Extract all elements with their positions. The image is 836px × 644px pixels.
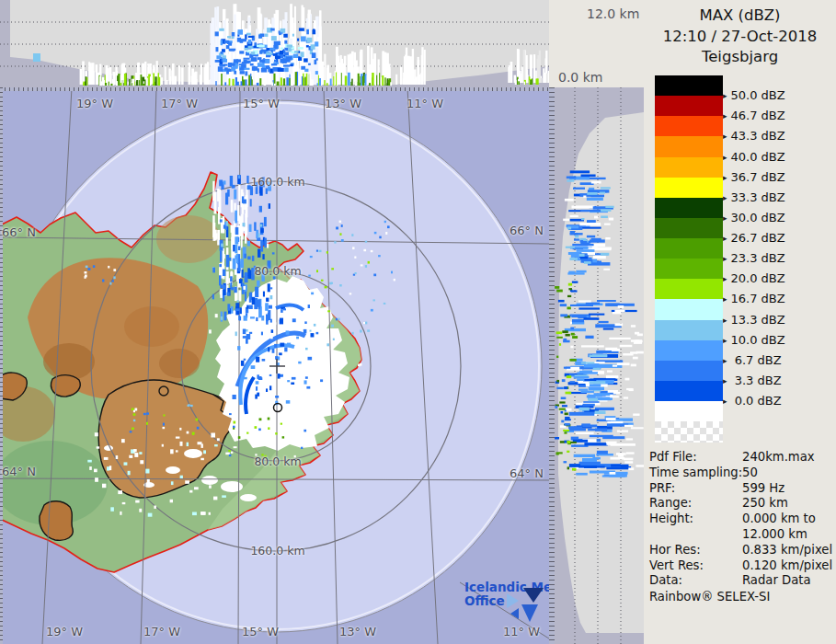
info-row: 12.000 km — [649, 527, 833, 543]
info-value: 0.000 km to — [742, 512, 816, 525]
legend-swatch — [655, 279, 723, 300]
legend-label: ▸ 6.7 dBZ — [723, 353, 782, 367]
legend-tick-icon: ▸ — [723, 213, 727, 223]
legend-label: ▸36.7 dBZ — [723, 170, 785, 184]
height-axis-min-label: 0.0 km — [558, 70, 602, 85]
info-value: 50 — [742, 466, 758, 479]
info-value: Radar Data — [742, 573, 811, 587]
legend-sidebar: MAX (dBZ) 12:10 / 27-Oct-2018 Teigsbjarg… — [644, 0, 836, 644]
info-value: 240km.max — [742, 450, 815, 464]
legend-label: ▸30.0 dBZ — [723, 211, 785, 224]
legend-white-band — [655, 401, 723, 422]
product-info-panel: Pdf File:240km.maxTime sampling:50PRF:59… — [649, 450, 833, 589]
info-value: 12.000 km — [742, 527, 807, 541]
map-top-ruler — [0, 87, 549, 91]
legend-swatch — [655, 136, 723, 157]
legend-swatch — [655, 381, 723, 402]
side-height-profile-panel — [549, 87, 644, 644]
reflectivity-color-scale: ▸50.0 dBZ▸46.7 dBZ▸43.3 dBZ▸40.0 dBZ▸36.… — [644, 0, 836, 443]
legend-label: ▸50.0 dBZ — [723, 88, 785, 102]
legend-label: ▸20.0 dBZ — [723, 271, 785, 285]
legend-tick-icon: ▸ — [723, 111, 727, 121]
info-value: 0.120 km/pixel — [742, 558, 832, 572]
legend-swatch — [655, 320, 723, 341]
info-label: Data: — [649, 573, 742, 589]
info-label: Range: — [649, 496, 742, 512]
info-label: Hor Res: — [649, 543, 742, 558]
legend-tick-icon: ▸ — [723, 153, 727, 162]
info-row: Vert Res:0.120 km/pixel — [649, 558, 833, 574]
legend-swatch — [655, 116, 723, 137]
legend-tick-icon: ▸ — [723, 254, 727, 263]
legend-label: ▸46.7 dBZ — [723, 109, 785, 122]
legend-swatch — [655, 178, 723, 199]
legend-tick-icon: ▸ — [723, 173, 727, 182]
info-row: Range:250 km — [649, 496, 833, 512]
legend-transparent-band — [655, 421, 723, 443]
info-row: Pdf File:240km.max — [649, 450, 833, 466]
info-row: Time sampling:50 — [649, 466, 833, 481]
legend-swatch — [655, 96, 723, 117]
legend-tick-icon: ▸ — [723, 274, 727, 283]
info-label: Pdf File: — [649, 450, 742, 466]
isolated-echo — [33, 53, 40, 62]
legend-swatch — [655, 157, 723, 178]
info-row: PRF:599 Hz — [649, 481, 833, 497]
logo-pinwheel-icon — [507, 593, 519, 608]
legend-tick-icon: ▸ — [723, 397, 727, 406]
legend-label: ▸ 0.0 dBZ — [723, 394, 782, 408]
side-profile-canvas — [555, 87, 644, 644]
info-row: Hor Res:0.833 km/pixel — [649, 543, 833, 558]
legend-label: ▸33.3 dBZ — [723, 190, 785, 204]
info-value: 599 Hz — [742, 481, 784, 495]
info-label: PRF: — [649, 481, 742, 497]
radar-map-view[interactable]: 19° W17° W15° W13° W11° W19° W17° W15° W… — [0, 87, 549, 644]
legend-label: ▸43.3 dBZ — [723, 129, 785, 143]
legend-label: ▸16.7 dBZ — [723, 292, 785, 305]
info-row: Height:0.000 km to — [649, 512, 833, 527]
legend-tick-icon: ▸ — [723, 294, 727, 304]
legend-label: ▸23.3 dBZ — [723, 251, 785, 265]
legend-swatch — [655, 340, 723, 362]
legend-swatch — [655, 361, 723, 382]
height-axis-labels: 12.0 km 0.0 km — [549, 0, 644, 87]
legend-tick-icon: ▸ — [723, 234, 727, 243]
info-label: Time sampling: — [649, 466, 742, 481]
info-label: Height: — [649, 512, 742, 527]
height-axis-max-label: 12.0 km — [587, 6, 639, 21]
legend-swatch — [655, 259, 723, 280]
legend-swatch — [655, 75, 723, 97]
legend-tick-icon: ▸ — [723, 336, 727, 345]
legend-label: ▸13.3 dBZ — [723, 313, 785, 327]
legend-label: ▸ 3.3 dBZ — [723, 374, 782, 387]
legend-tick-icon: ▸ — [723, 356, 727, 365]
legend-swatch — [655, 218, 723, 239]
legend-tick-icon: ▸ — [723, 316, 727, 325]
top-profile-canvas — [0, 0, 549, 87]
legend-tick-icon: ▸ — [723, 376, 727, 385]
legend-label: ▸10.0 dBZ — [723, 333, 785, 347]
map-left-ruler — [0, 87, 3, 644]
legend-swatch — [655, 198, 723, 219]
map-canvas — [0, 87, 549, 644]
radar-display-window: 12.0 km 0.0 km — [0, 0, 836, 644]
legend-label: ▸26.7 dBZ — [723, 231, 785, 245]
legend-swatch — [655, 299, 723, 320]
icelandic-met-office-logo: Icelandic Met Office — [464, 581, 549, 636]
info-row: Data:Radar Data — [649, 573, 833, 589]
legend-swatch — [655, 238, 723, 259]
legend-tick-icon: ▸ — [723, 91, 727, 100]
software-name: Rainbow® SELEX-SI — [649, 590, 770, 604]
legend-tick-icon: ▸ — [723, 132, 727, 141]
info-value: 250 km — [742, 496, 788, 510]
info-value: 0.833 km/pixel — [742, 543, 832, 557]
info-label: Vert Res: — [649, 558, 742, 574]
top-height-profile-panel — [0, 0, 549, 87]
legend-label: ▸40.0 dBZ — [723, 150, 785, 164]
legend-tick-icon: ▸ — [723, 193, 727, 202]
